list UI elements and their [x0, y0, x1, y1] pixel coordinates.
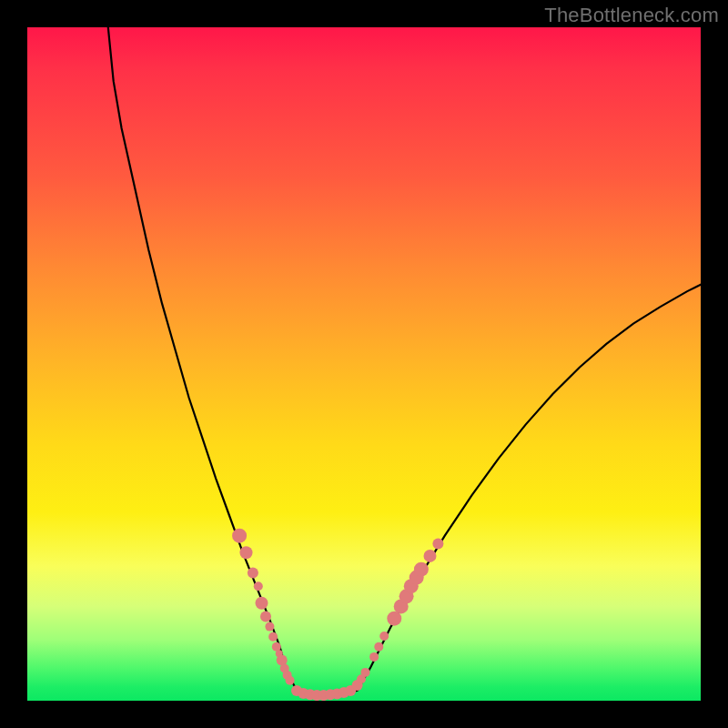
marker-dot: [374, 642, 383, 652]
marker-dot: [379, 632, 389, 641]
marker-dot: [240, 546, 253, 559]
plot-area: [27, 27, 701, 701]
watermark-text: TheBottleneck.com: [544, 4, 719, 27]
curve-svg: [27, 27, 701, 701]
marker-dot: [248, 567, 258, 578]
marker-dot: [286, 676, 295, 685]
marker-dot: [369, 652, 379, 662]
marker-dot: [432, 539, 443, 550]
marker-dot: [414, 562, 429, 577]
marker-dot: [256, 597, 268, 610]
chart-frame: TheBottleneck.com: [0, 0, 728, 728]
marker-dot: [361, 668, 370, 677]
marker-dot: [254, 581, 263, 591]
marker-dot: [232, 529, 247, 543]
marker-dot: [260, 612, 271, 622]
marker-dots: [232, 529, 443, 701]
marker-dot: [424, 550, 437, 562]
marker-dot: [268, 632, 278, 642]
marker-dot: [265, 622, 274, 632]
